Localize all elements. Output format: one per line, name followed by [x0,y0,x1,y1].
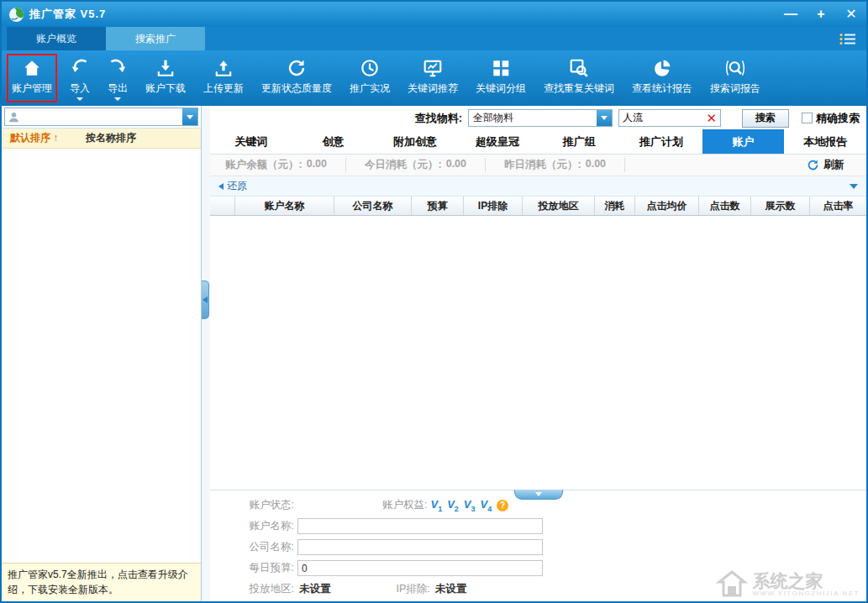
region-value[interactable]: 未设置 [299,582,331,596]
detail-row-account-name: 账户名称: [210,516,866,537]
tab-search-promotion[interactable]: 搜索推广 [106,27,205,50]
upgrade-promo-text[interactable]: 推广管家v5.7全新推出，点击查看升级介绍，下载安装全新版本。 [2,563,201,601]
search-report-icon [725,56,745,80]
exact-search-checkbox[interactable] [802,113,813,123]
column-header-account-name[interactable]: 账户名称 [235,197,334,215]
refresh-icon [287,56,307,80]
table-header: 账户名称 公司名称 预算 IP排除 投放地区 消耗 点击均价 点击数 展示数 点… [210,197,866,216]
daily-budget-field[interactable] [297,560,543,576]
column-options-dropdown-icon[interactable] [850,184,858,189]
tab-account[interactable]: 账户 [702,129,785,154]
account-rights-label: 账户权益: [382,498,427,512]
account-search-input[interactable] [22,111,182,123]
column-header-ctr[interactable]: 点击率 [810,197,866,215]
select-column-header[interactable] [210,197,235,215]
toolbar-find-duplicate-keywords[interactable]: 查找重复关键词 [539,54,619,102]
tab-keywords[interactable]: 关键词 [210,129,292,154]
toolbar-update-quality[interactable]: 更新状态质量度 [256,54,337,102]
toolbar-keyword-recommend[interactable]: 关键词推荐 [402,54,463,102]
material-dropdown-button[interactable] [597,110,612,126]
toolbar: 账户管理 导入 导出 账户下载 上传更新 [2,50,866,106]
refresh-icon [807,159,819,171]
toolbar-export[interactable]: 导出 [103,54,133,102]
restore-row: 还原 [210,176,866,197]
toolbar-keyword-group[interactable]: 关键词分组 [471,54,531,102]
toolbar-account-management[interactable]: 账户管理 [7,54,57,102]
account-search-dropdown-button[interactable] [182,108,197,125]
yesterday-consumption-stat: 昨日消耗（元）:0.00 [486,158,625,172]
sidebar-collapse-handle[interactable] [202,281,209,319]
tab-super-crown[interactable]: 超级皇冠 [456,129,539,154]
tab-account-overview[interactable]: 账户概览 [7,27,106,50]
grid-group-icon [491,56,511,80]
toolbar-search-term-report[interactable]: 搜索词报告 [705,54,765,102]
chevron-down-icon [535,492,542,496]
tab-creative[interactable]: 创意 [292,129,375,154]
detail-panel-toggle[interactable] [514,490,563,500]
ip-exclude-label: IP排除: [397,582,430,596]
monitor-chart-icon [423,56,443,80]
chevron-down-icon [187,115,193,119]
tab-local-report[interactable]: 本地报告 [784,129,866,154]
help-icon[interactable]: ? [497,500,508,511]
home-icon [22,56,42,80]
dropdown-caret-icon [114,97,121,101]
account-name-label: 账户名称: [210,519,294,533]
minimize-button[interactable]: — [782,8,799,21]
pie-report-icon [652,56,672,80]
column-header-avg-click-price[interactable]: 点击均价 [635,197,699,215]
person-icon [8,111,20,123]
download-icon [155,56,176,80]
content-tabs: 关键词 创意 附加创意 超级皇冠 推广组 推广计划 账户 本地报告 [210,129,866,155]
app-window: 推广管家 V5.7 — + ✕ 账户概览 搜索推广 账户管理 导入 [0,0,868,603]
account-search-combobox[interactable] [4,107,198,126]
column-header-clicks[interactable]: 点击数 [699,197,751,215]
account-list[interactable] [2,149,201,563]
company-name-field[interactable] [297,539,543,555]
sort-default-button[interactable]: 默认排序 ↑ [2,131,86,145]
tab-promotion-plan[interactable]: 推广计划 [620,129,702,154]
detail-row-daily-budget: 每日预算: [210,558,866,579]
toolbar-promotion-live[interactable]: 推广实况 [345,54,395,102]
import-arrow-icon [70,56,90,80]
today-consumption-stat: 今日消耗（元）:0.00 [346,158,486,172]
window-title: 推广管家 V5.7 [29,7,106,22]
column-header-consumption[interactable]: 消耗 [595,197,635,215]
toolbar-stats-report[interactable]: 查看统计报告 [627,54,697,102]
app-body: 默认排序 ↑ 按名称排序 推广管家v5.7全新推出，点击查看升级介绍，下载安装全… [2,106,866,601]
tab-additional-creative[interactable]: 附加创意 [374,129,456,154]
toolbar-account-download[interactable]: 账户下载 [140,54,191,102]
keyword-search-input[interactable] [623,113,706,124]
titlebar: 推广管家 V5.7 — + ✕ [2,2,866,27]
main-panel: 查找物料: 全部物料 ✕ 搜索 精确搜索 关键词 创意 附 [210,106,866,601]
exact-search-label: 精确搜索 [816,111,860,126]
sort-by-name-button[interactable]: 按名称排序 [86,131,136,145]
keyword-search-box: ✕ [618,109,721,127]
export-arrow-icon [108,56,128,80]
maximize-button[interactable]: + [813,8,829,21]
vip-level-1-badge: V1 [430,498,442,513]
region-label: 投放地区: [210,582,294,596]
ip-exclude-value[interactable]: 未设置 [435,582,467,596]
chevron-down-icon [601,116,608,120]
clear-search-icon[interactable]: ✕ [706,112,717,124]
toolbar-import[interactable]: 导入 [65,54,95,102]
column-header-budget[interactable]: 预算 [412,197,464,215]
menu-icon[interactable] [839,33,856,45]
toolbar-upload-update[interactable]: 上传更新 [198,54,249,102]
column-header-ip-exclude[interactable]: IP排除 [464,197,523,215]
material-type-select[interactable]: 全部物料 [468,109,613,127]
table-body[interactable] [210,216,866,490]
tab-promotion-group[interactable]: 推广组 [539,129,621,154]
account-balance-stat: 账户余额（元）:0.00 [220,158,346,172]
close-button[interactable]: ✕ [843,8,860,21]
column-header-company-name[interactable]: 公司名称 [334,197,412,215]
dropdown-caret-icon [76,97,83,101]
column-header-region[interactable]: 投放地区 [523,197,595,215]
sidebar-gutter [202,106,210,601]
refresh-button[interactable]: 刷新 [807,158,844,172]
column-header-impressions[interactable]: 展示数 [751,197,810,215]
restore-button[interactable]: 还原 [218,179,247,193]
search-button[interactable]: 搜索 [742,109,789,128]
account-name-field[interactable] [297,518,543,534]
